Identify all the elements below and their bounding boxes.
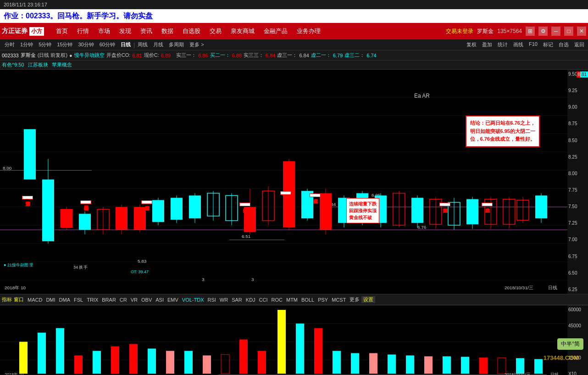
- annotation-a4: 缩量涨停换挡: [239, 203, 250, 206]
- svg-rect-118: [516, 358, 524, 374]
- stock-name: 罗斯金: [21, 52, 36, 59]
- logo-brand: 方正证券: [2, 27, 28, 35]
- ind-roc[interactable]: ROC: [270, 297, 284, 303]
- price-8.00: 8.00: [568, 171, 587, 176]
- ind-macd[interactable]: MACD: [26, 297, 44, 303]
- close-icon[interactable]: ✕: [577, 27, 586, 36]
- ind-asi[interactable]: ASI: [154, 297, 166, 303]
- sell1-val: 6.84: [299, 53, 309, 58]
- sell3-val: 6.74: [366, 53, 376, 58]
- svg-rect-42: [171, 198, 183, 220]
- sell2-label: 虚二一：: [311, 52, 331, 59]
- svg-rect-116: [479, 358, 488, 374]
- resolution-display: 135×7564: [497, 28, 522, 34]
- svg-rect-94: [74, 355, 83, 374]
- ind-psy[interactable]: PSY: [316, 297, 330, 303]
- nav-products[interactable]: 金融产品: [259, 27, 292, 35]
- period-30m[interactable]: 30分钟: [76, 41, 97, 48]
- ind-dma[interactable]: DMA: [57, 297, 72, 303]
- svg-rect-32: [79, 214, 91, 230]
- nav-news[interactable]: 资讯: [136, 27, 157, 35]
- ind-kdj[interactable]: KDJ: [244, 297, 257, 303]
- btn-mark[interactable]: 标记: [541, 41, 555, 48]
- ind-more[interactable]: 更多: [348, 296, 361, 303]
- svg-rect-100: [184, 351, 193, 374]
- period-more[interactable]: 更多 >: [187, 41, 206, 48]
- ind-dmi[interactable]: DMI: [44, 297, 57, 303]
- svg-rect-36: [116, 207, 128, 230]
- buy3-val: 6.84: [266, 53, 275, 58]
- tag-apple[interactable]: 苹果概念: [52, 61, 72, 68]
- price-7.50: 7.50: [568, 204, 587, 209]
- ind-vr[interactable]: VR: [129, 297, 139, 303]
- buy1-label: 实三一：: [176, 52, 196, 59]
- ind-boll[interactable]: BOLL: [300, 297, 316, 303]
- restore-icon[interactable]: □: [564, 27, 573, 36]
- period-5m[interactable]: 5分钟: [36, 41, 54, 48]
- svg-text:5.83: 5.83: [138, 259, 147, 264]
- ind-mcst[interactable]: MCST: [330, 297, 348, 303]
- corner-logo: 中半°简: [557, 338, 583, 350]
- ind-settings[interactable]: 设置: [361, 296, 375, 303]
- btn-profit[interactable]: 盈加: [480, 41, 494, 48]
- btn-restore-rights[interactable]: 复权: [465, 41, 478, 48]
- tag-metal[interactable]: 有色^9.50: [2, 61, 24, 68]
- btn-f10[interactable]: F10: [527, 41, 539, 48]
- period-day[interactable]: 日线: [118, 41, 133, 48]
- win-label: 窗口: [14, 296, 24, 303]
- btn-watchlist[interactable]: 自选: [557, 41, 571, 48]
- btn-stats[interactable]: 统计: [496, 41, 510, 48]
- period-week[interactable]: 周线: [135, 41, 150, 48]
- ind-wr[interactable]: WR: [218, 297, 230, 303]
- svg-rect-114: [443, 356, 451, 374]
- svg-text:日线: 日线: [550, 372, 559, 375]
- svg-rect-74: [466, 199, 478, 224]
- period-multi[interactable]: 多周期: [166, 41, 187, 48]
- stock-code[interactable]: 002333: [2, 53, 19, 58]
- trade-login-status[interactable]: 交易未登录: [446, 28, 473, 35]
- svg-text:6.76: 6.76: [417, 225, 427, 230]
- sell2-val: 6.79: [333, 53, 343, 58]
- ind-mtm[interactable]: MTM: [284, 297, 300, 303]
- ind-cr[interactable]: CR: [118, 297, 129, 303]
- ind-sar[interactable]: SAR: [230, 297, 244, 303]
- period-fen[interactable]: 分时: [2, 41, 17, 48]
- tagsbar: 有色^9.50 江苏板块 苹果概念: [0, 61, 588, 70]
- svg-rect-106: [296, 324, 304, 374]
- nav-home[interactable]: 首页: [51, 27, 72, 35]
- period-15m[interactable]: 15分钟: [54, 41, 75, 48]
- nav-market[interactable]: 市场: [94, 27, 115, 35]
- ind-voltdx[interactable]: VOL-TDX: [180, 297, 206, 303]
- ind-emv[interactable]: EMV: [166, 297, 180, 303]
- nav-business[interactable]: 业务办理: [292, 27, 325, 35]
- nav-mall[interactable]: 泉友商城: [226, 27, 259, 35]
- ind-trix[interactable]: TRIX: [85, 297, 100, 303]
- ind-cci[interactable]: CCI: [257, 297, 270, 303]
- period-1m[interactable]: 1分钟: [17, 41, 36, 48]
- period-month[interactable]: 月线: [150, 41, 166, 48]
- svg-rect-26: [24, 129, 36, 180]
- grid-icon[interactable]: ⊞: [526, 27, 535, 36]
- ind-fsl[interactable]: FSL: [72, 297, 85, 303]
- svg-rect-112: [406, 355, 414, 374]
- ind-label: 指标: [2, 296, 12, 303]
- nav-discover[interactable]: 发现: [115, 27, 136, 35]
- svg-text:日线: 日线: [548, 285, 557, 290]
- nav-market-quote[interactable]: 行情: [72, 27, 94, 35]
- settings-icon[interactable]: ⚙: [538, 27, 548, 36]
- cur-val: 6.89: [161, 53, 171, 58]
- ind-brar[interactable]: BRAR: [100, 297, 118, 303]
- btn-back[interactable]: 返回: [572, 41, 586, 48]
- nav-data[interactable]: 数据: [157, 27, 178, 35]
- period-60m[interactable]: 60分钟: [97, 41, 118, 48]
- nav-trade[interactable]: 交易: [205, 27, 226, 35]
- minimize-icon[interactable]: ─: [551, 27, 560, 36]
- buy2-label: 买二一：: [210, 52, 230, 59]
- ind-obv[interactable]: OBV: [139, 297, 154, 303]
- candles-area[interactable]: 8.00 6.51 5.83 OT: 39.47 34 换手 —7.44 6.9…: [0, 70, 567, 294]
- ind-rsi[interactable]: RSI: [206, 297, 218, 303]
- tag-jiangsu[interactable]: 江苏板块: [28, 61, 48, 68]
- btn-draw[interactable]: 画线: [511, 41, 525, 48]
- price-9.25: 9.25: [568, 88, 587, 93]
- nav-watchlist[interactable]: 自选股: [178, 27, 205, 35]
